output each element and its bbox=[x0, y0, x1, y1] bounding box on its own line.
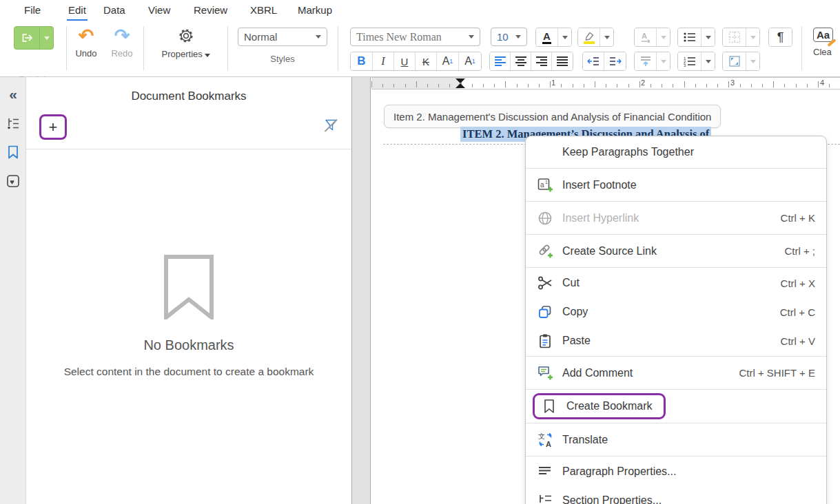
align-center-button[interactable] bbox=[511, 52, 531, 70]
indent-marker[interactable] bbox=[455, 78, 465, 88]
undo-button[interactable]: ↶ Undo bbox=[71, 25, 101, 59]
char-spacing-button[interactable]: A bbox=[635, 28, 657, 46]
add-bookmark-button[interactable]: + bbox=[39, 114, 67, 140]
numbered-list-dropdown[interactable] bbox=[701, 52, 715, 70]
underline-button[interactable]: U bbox=[394, 52, 416, 70]
favorites-tab[interactable]: ♥ bbox=[0, 169, 26, 193]
paste-icon bbox=[537, 333, 553, 348]
text-color-button[interactable]: A bbox=[536, 28, 558, 46]
pilcrow-icon: ¶ bbox=[769, 28, 792, 46]
toolbar: Publish ↶ Undo ↷ Redo Properties Normal … bbox=[0, 21, 840, 77]
char-spacing-icon: A bbox=[639, 32, 652, 43]
ruler-number-3: 3 bbox=[730, 78, 735, 87]
section-label-chip[interactable]: Item 2. Management's Discussion and Anal… bbox=[384, 105, 721, 128]
clear-formatting-icon: Aa bbox=[813, 28, 833, 42]
publish-button[interactable] bbox=[14, 26, 54, 50]
align-left-button[interactable] bbox=[490, 52, 511, 70]
bookmarks-tab[interactable] bbox=[0, 140, 26, 164]
align-right-button[interactable] bbox=[531, 52, 552, 70]
borders-control bbox=[722, 28, 760, 47]
translate-icon: 文A bbox=[537, 432, 553, 448]
paragraph-spacing-dropdown[interactable] bbox=[657, 52, 670, 70]
menu-item-keep-paragraphs-together[interactable]: Keep Paragraphs Together bbox=[526, 137, 826, 167]
scissors-icon bbox=[537, 275, 553, 291]
menu-file[interactable]: File bbox=[23, 3, 42, 19]
paragraph-spacing-button[interactable] bbox=[635, 52, 657, 70]
collapse-panel-button[interactable]: « bbox=[0, 83, 26, 106]
redo-icon: ↷ bbox=[107, 25, 137, 47]
increase-indent-icon bbox=[609, 56, 622, 66]
menu-edit[interactable]: Edit bbox=[67, 3, 88, 21]
menu-item-create-source-link[interactable]: Create Source Link Ctrl + ; bbox=[526, 235, 826, 266]
menu-item-paragraph-properties[interactable]: Paragraph Properties... bbox=[526, 457, 826, 486]
borders-dropdown[interactable] bbox=[746, 28, 759, 46]
bookmarks-empty-state: No Bookmarks Select content in the docum… bbox=[26, 255, 351, 381]
subscript-button[interactable]: A1 bbox=[459, 52, 481, 70]
highlight-dropdown[interactable] bbox=[600, 28, 613, 46]
section-properties-icon bbox=[537, 494, 553, 504]
menu-item-insert-hyperlink[interactable]: Insert Hyperlink Ctrl + K bbox=[526, 202, 826, 233]
char-spacing-dropdown[interactable] bbox=[657, 28, 670, 46]
decrease-indent-button[interactable] bbox=[583, 52, 604, 70]
highlight-button[interactable] bbox=[578, 28, 600, 46]
font-size-dropdown[interactable]: 10 bbox=[491, 28, 527, 46]
filter-button[interactable] bbox=[322, 117, 339, 134]
menu-data[interactable]: Data bbox=[102, 3, 127, 19]
bold-button[interactable]: B bbox=[351, 52, 373, 70]
redo-button[interactable]: ↷ Redo bbox=[107, 25, 137, 59]
svg-text:1: 1 bbox=[545, 180, 548, 185]
numbered-list-button[interactable]: 123 bbox=[678, 52, 701, 70]
paragraph-properties-icon bbox=[537, 465, 553, 478]
font-family-dropdown[interactable]: Times New Roman bbox=[350, 28, 480, 46]
properties-button[interactable]: Properties bbox=[160, 26, 212, 59]
outline-icon bbox=[6, 117, 20, 129]
ruler-number-2: 2 bbox=[641, 78, 645, 87]
menu-item-create-bookmark[interactable]: Create Bookmark bbox=[526, 390, 826, 422]
italic-button[interactable]: I bbox=[373, 52, 394, 70]
empty-state-title: No Bookmarks bbox=[26, 337, 351, 353]
scale-icon bbox=[728, 55, 741, 67]
strikethrough-button[interactable]: K bbox=[416, 52, 437, 70]
bookmarks-panel: Document Bookmarks + No Bookmarks Select… bbox=[26, 77, 351, 504]
panel-title: Document Bookmarks bbox=[26, 90, 351, 103]
menu-item-cut[interactable]: Cut Ctrl + X bbox=[526, 269, 826, 297]
paragraph-spacing-control bbox=[634, 52, 670, 71]
menu-xbrl[interactable]: XBRL bbox=[249, 3, 278, 19]
panel-resize-handle[interactable] bbox=[351, 77, 371, 504]
bullet-list-button[interactable] bbox=[678, 28, 701, 46]
empty-bookmark-icon bbox=[163, 255, 214, 319]
bookmark-tab-icon bbox=[7, 145, 19, 159]
menu-item-section-properties[interactable]: Section Properties... bbox=[526, 486, 826, 504]
menu-item-copy[interactable]: Copy Ctrl + C bbox=[526, 297, 826, 326]
borders-button[interactable] bbox=[723, 28, 746, 46]
align-right-icon bbox=[535, 56, 548, 67]
redo-label: Redo bbox=[111, 48, 132, 59]
menu-review[interactable]: Review bbox=[192, 3, 229, 19]
clear-formatting-button[interactable]: Aa Clea bbox=[813, 28, 840, 57]
context-menu: Keep Paragraphs Together a1 Insert Footn… bbox=[525, 136, 827, 504]
menu-item-add-comment[interactable]: Add Comment Ctrl + SHIFT + E bbox=[526, 357, 826, 388]
bullet-list-dropdown[interactable] bbox=[701, 28, 715, 46]
outline-tab[interactable] bbox=[0, 112, 26, 135]
increase-indent-button[interactable] bbox=[604, 52, 626, 70]
pilcrow-button[interactable]: ¶ bbox=[768, 28, 792, 47]
menu-item-translate[interactable]: 文A Translate bbox=[526, 424, 826, 455]
superscript-button[interactable]: A1 bbox=[437, 52, 459, 70]
scale-dropdown[interactable] bbox=[746, 52, 759, 70]
indent-group bbox=[582, 52, 626, 71]
scale-button[interactable] bbox=[723, 52, 746, 70]
menu-markup[interactable]: Markup bbox=[296, 3, 334, 19]
menu-view[interactable]: View bbox=[147, 3, 172, 19]
align-justify-button[interactable] bbox=[552, 52, 573, 70]
menu-item-paste[interactable]: Paste Ctrl + V bbox=[526, 326, 826, 355]
menu-item-insert-footnote[interactable]: a1 Insert Footnote bbox=[526, 169, 826, 200]
bookmark-icon bbox=[541, 399, 557, 414]
left-rail: « ♥ bbox=[0, 77, 26, 504]
globe-icon bbox=[537, 211, 553, 226]
text-color-dropdown[interactable] bbox=[558, 28, 571, 46]
publish-dropdown[interactable] bbox=[39, 27, 53, 49]
styles-dropdown[interactable]: Normal bbox=[238, 28, 327, 46]
paragraph-spacing-icon bbox=[639, 56, 652, 67]
bullet-list-icon bbox=[683, 32, 696, 43]
create-bookmark-highlight-box: Create Bookmark bbox=[533, 393, 666, 419]
